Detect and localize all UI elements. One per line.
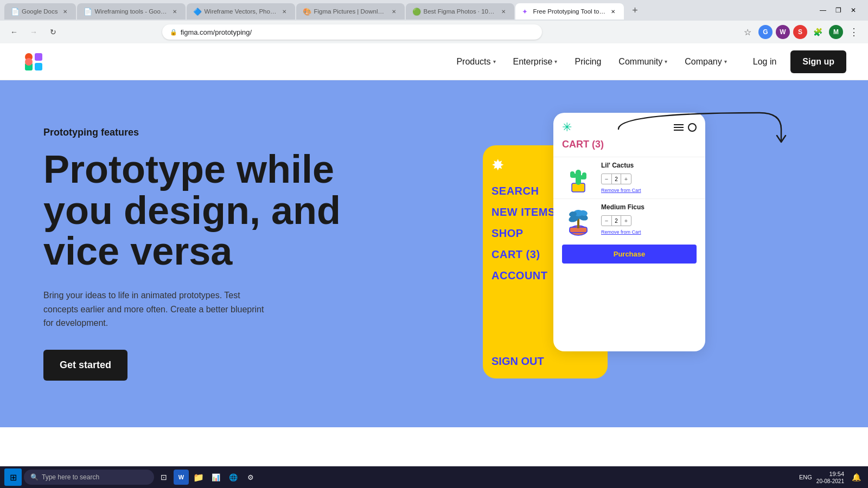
task-view-button[interactable]: ⊡ <box>156 470 171 485</box>
taskbar-clock: 19:54 20-08-2021 <box>816 470 844 484</box>
tab-close-2[interactable]: ✕ <box>170 7 179 16</box>
taskbar-notification[interactable]: 🔔 <box>848 470 864 485</box>
profile-s[interactable]: S <box>793 25 807 39</box>
tab-favicon-4: 🎨 <box>303 8 310 15</box>
minimize-button[interactable]: — <box>817 4 829 16</box>
navbar: Products ▾ Enterprise ▾ Pricing Communit… <box>0 43 868 80</box>
products-chevron: ▾ <box>493 59 496 65</box>
qty-increase-1[interactable]: + <box>621 174 631 184</box>
ficus-image <box>562 203 595 236</box>
tab-label-1: Google Docs <box>22 8 58 15</box>
cart-item-cactus: Lil' Cactus − 2 + Remove from Cart <box>553 157 705 198</box>
website-content: Products ▾ Enterprise ▾ Pricing Communit… <box>0 43 868 466</box>
taskbar-app1[interactable]: 📊 <box>208 470 224 485</box>
hero-section: Prototyping features Prototype while you… <box>0 80 868 427</box>
login-button[interactable]: Log in <box>745 53 784 71</box>
tab-bar: 📄 Google Docs ✕ 📄 Wireframing tools - Go… <box>0 0 868 21</box>
green-star-icon: ✳ <box>562 120 572 134</box>
tab-best-figma[interactable]: 🟢 Best Figma Photos · 100% F... ✕ <box>406 3 514 20</box>
svg-rect-10 <box>582 172 586 178</box>
nav-cta: Log in Sign up <box>745 50 846 73</box>
tab-close-4[interactable]: ✕ <box>390 7 398 16</box>
qty-control-2: − 2 + <box>601 215 631 226</box>
qty-decrease-2[interactable]: − <box>602 216 611 226</box>
svg-point-4 <box>25 58 33 66</box>
qty-value-2: 2 <box>611 216 621 226</box>
hero-title: Prototype while you design, and vice ver… <box>43 149 347 272</box>
hero-description: Bring your ideas to life in animated pro… <box>43 288 271 330</box>
arrow-connector <box>608 107 792 151</box>
taskbar: ⊞ 🔍 Type here to search ⊡ W 📁 📊 🌐 ⚙ ENG … <box>0 466 868 488</box>
purchase-button[interactable]: Purchase <box>562 245 697 264</box>
enterprise-chevron: ▾ <box>554 59 557 65</box>
browser-right-controls: ☆ G W S 🧩 M ⋮ <box>740 24 861 40</box>
qty-value-1: 2 <box>611 174 621 184</box>
figma-logo <box>22 50 46 74</box>
nav-enterprise[interactable]: Enterprise ▾ <box>506 53 565 71</box>
lock-icon: 🔒 <box>170 29 177 36</box>
address-bar-row: ← → ↻ 🔒 figma.com/prototyping/ ☆ G W S 🧩… <box>0 21 868 43</box>
tab-label-3: Wireframe Vectors, Photos... <box>204 8 277 15</box>
get-started-button[interactable]: Get started <box>43 350 127 381</box>
remove-2[interactable]: Remove from Cart <box>601 229 697 235</box>
nav-links: Products ▾ Enterprise ▾ Pricing Communit… <box>449 53 734 71</box>
extensions-button[interactable]: 🧩 <box>810 24 826 40</box>
bookmark-button[interactable]: ☆ <box>740 24 755 40</box>
signup-button[interactable]: Sign up <box>790 50 846 73</box>
taskbar-explorer[interactable]: 📁 <box>191 470 206 485</box>
search-icon: 🔍 <box>30 473 39 481</box>
taskbar-word[interactable]: W <box>174 470 189 485</box>
tab-figma-pictures[interactable]: 🎨 Figma Pictures | Download... ✕ <box>296 3 405 20</box>
back-button[interactable]: ← <box>7 24 22 40</box>
qty-decrease-1[interactable]: − <box>602 174 611 184</box>
maximize-button[interactable]: ❐ <box>832 4 844 16</box>
reload-button[interactable]: ↻ <box>46 24 61 40</box>
nav-products[interactable]: Products ▾ <box>449 53 503 71</box>
tab-free-prototyping[interactable]: ✦ Free Prototyping Tool to Cr... ✕ <box>515 3 624 20</box>
browser-chrome: 📄 Google Docs ✕ 📄 Wireframing tools - Go… <box>0 0 868 43</box>
tab-wireframe-vectors[interactable]: 🔷 Wireframe Vectors, Photos... ✕ <box>187 3 295 20</box>
community-chevron: ▾ <box>665 59 667 65</box>
tab-favicon-3: 🔷 <box>193 8 201 15</box>
start-button[interactable]: ⊞ <box>4 468 22 486</box>
profile-g[interactable]: G <box>758 25 773 39</box>
tab-favicon-1: 📄 <box>11 8 18 15</box>
nav-company[interactable]: Company ▾ <box>677 53 734 71</box>
new-tab-button[interactable]: + <box>627 3 642 18</box>
qty-increase-2[interactable]: + <box>621 216 631 226</box>
taskbar-app3[interactable]: ⚙ <box>243 470 258 485</box>
cart-item-2-name: Medium Ficus <box>601 203 697 211</box>
taskbar-search[interactable]: 🔍 Type here to search <box>24 470 154 485</box>
cart-item-1-info: Lil' Cactus − 2 + Remove from Cart <box>601 162 697 193</box>
tab-label-6: Free Prototyping Tool to Cr... <box>533 8 605 15</box>
mockup-container: ✸ SEARCH NEW ITEMS SHOP CART (3) ACCOUNT… <box>467 113 738 395</box>
remove-1[interactable]: Remove from Cart <box>601 188 697 193</box>
profile-w[interactable]: W <box>776 25 790 39</box>
address-bar[interactable]: 🔒 figma.com/prototyping/ <box>162 24 542 40</box>
tab-close-6[interactable]: ✕ <box>609 7 617 16</box>
svg-rect-1 <box>35 53 42 61</box>
tab-google-docs[interactable]: 📄 Google Docs ✕ <box>4 3 76 20</box>
tab-close-3[interactable]: ✕ <box>280 7 289 16</box>
taskbar-lang: ENG <box>799 474 812 480</box>
yellow-sign-out: SIGN OUT <box>492 355 544 368</box>
close-button[interactable]: ✕ <box>847 4 859 16</box>
profile-m[interactable]: M <box>829 25 843 39</box>
tab-favicon-5: 🟢 <box>412 8 420 15</box>
tab-label-2: Wireframing tools - Google... <box>94 8 167 15</box>
taskbar-app2[interactable]: 🌐 <box>226 470 241 485</box>
hero-subtitle: Prototyping features <box>43 127 347 138</box>
tab-favicon-2: 📄 <box>84 8 91 15</box>
nav-pricing[interactable]: Pricing <box>567 53 609 71</box>
cart-item-2-info: Medium Ficus − 2 + Remove from Cart <box>601 203 697 235</box>
company-chevron: ▾ <box>724 59 727 65</box>
menu-button[interactable]: ⋮ <box>846 24 861 40</box>
tab-close-5[interactable]: ✕ <box>499 7 508 16</box>
cart-item-1-name: Lil' Cactus <box>601 162 697 169</box>
forward-button[interactable]: → <box>26 24 41 40</box>
tab-wireframing-tools[interactable]: 📄 Wireframing tools - Google... ✕ <box>77 3 186 20</box>
nav-community[interactable]: Community ▾ <box>611 53 675 71</box>
tab-label-4: Figma Pictures | Download... <box>314 8 386 15</box>
tab-close-1[interactable]: ✕ <box>61 7 69 16</box>
svg-rect-3 <box>35 63 42 70</box>
